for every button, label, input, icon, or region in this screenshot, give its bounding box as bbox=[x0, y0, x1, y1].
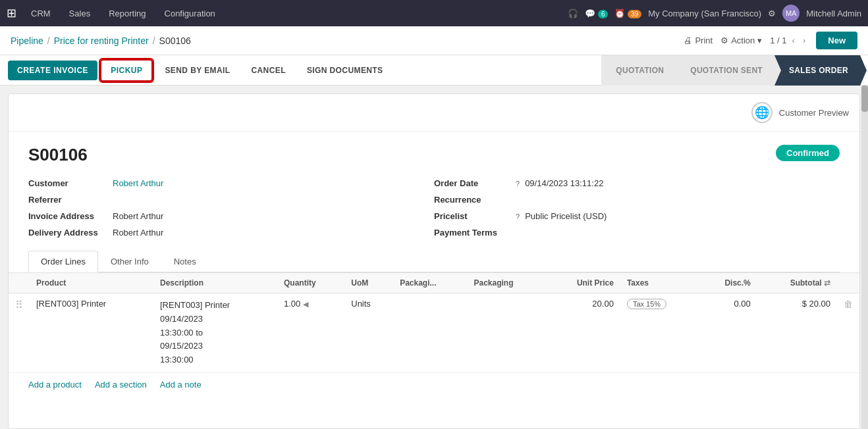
quantity-cell: 1.00 ◀ bbox=[277, 293, 344, 373]
action-bar: CREATE INVOICE PICKUP SEND BY EMAIL CANC… bbox=[0, 55, 868, 86]
form-header: S00106 Confirmed bbox=[9, 132, 859, 172]
subtotal-settings-icon[interactable]: ⇄ bbox=[824, 278, 830, 288]
company-name: My Company (San Francisco) bbox=[648, 9, 761, 18]
scroll-track[interactable] bbox=[861, 86, 868, 429]
customer-value[interactable]: Robert Arthur bbox=[113, 178, 163, 188]
confirmed-badge: Confirmed bbox=[776, 145, 840, 161]
table-footer: Add a product Add a section Add a note bbox=[9, 373, 859, 396]
globe-icon: 🌐 bbox=[751, 102, 773, 123]
payment-terms-field: Payment Terms bbox=[434, 228, 840, 238]
tab-order-lines[interactable]: Order Lines bbox=[28, 251, 98, 272]
action-button[interactable]: ⚙ Action ▾ bbox=[720, 36, 762, 45]
create-invoice-button[interactable]: CREATE INVOICE bbox=[8, 61, 97, 80]
tab-notes[interactable]: Notes bbox=[161, 251, 209, 272]
description-cell: [RENT003] Printer09/14/202313:30:00 to09… bbox=[153, 293, 277, 373]
delivery-address-label: Delivery Address bbox=[28, 228, 107, 238]
page-info: 1 / 1 bbox=[770, 36, 786, 45]
invoice-address-value[interactable]: Robert Arthur bbox=[113, 211, 163, 221]
unit-price-cell[interactable]: 20.00 bbox=[546, 293, 620, 373]
customer-preview-label: Customer Preview bbox=[779, 108, 849, 118]
nav-configuration[interactable]: Configuration bbox=[161, 9, 219, 18]
step-sales-order[interactable]: SALES ORDER bbox=[774, 55, 860, 86]
step-quotation-sent[interactable]: QUOTATION SENT bbox=[676, 55, 774, 86]
tab-other-info[interactable]: Other Info bbox=[98, 251, 161, 272]
clock-icon[interactable]: ⏰ 39 bbox=[614, 9, 641, 18]
prev-page-button[interactable]: ‹ bbox=[790, 34, 798, 47]
step-quotation[interactable]: QUOTATION bbox=[601, 55, 676, 86]
product-cell[interactable]: [RENT003] Printer bbox=[30, 293, 153, 373]
breadcrumb-sep2: / bbox=[153, 36, 155, 46]
packaging-cell bbox=[467, 293, 545, 373]
delete-cell[interactable]: 🗑 bbox=[837, 293, 859, 373]
nav-crm[interactable]: CRM bbox=[27, 9, 55, 18]
disc-cell[interactable]: 0.00 bbox=[699, 293, 757, 373]
breadcrumb-pipeline[interactable]: Pipeline bbox=[11, 36, 43, 46]
chat-icon[interactable]: 💬 6 bbox=[585, 9, 608, 18]
breadcrumb-sep1: / bbox=[47, 36, 50, 46]
drag-cell[interactable]: ⠿ bbox=[9, 293, 30, 373]
top-navbar: ⊞ CRM Sales Reporting Configuration 🎧 💬 … bbox=[0, 0, 868, 26]
delete-icon[interactable]: 🗑 bbox=[844, 299, 853, 309]
page-navigation: 1 / 1 ‹ › bbox=[770, 34, 808, 47]
nav-reporting[interactable]: Reporting bbox=[105, 9, 149, 18]
drag-handle-icon[interactable]: ⠿ bbox=[15, 299, 23, 311]
col-unit-price: Unit Price bbox=[546, 273, 620, 293]
order-date-label: Order Date bbox=[434, 178, 513, 188]
subtotal-cell: $ 20.00 bbox=[757, 293, 837, 373]
right-fields: Order Date ? 09/14/2023 13:11:22 Recurre… bbox=[434, 178, 840, 238]
pricelist-field: Pricelist ? Public Pricelist (USD) bbox=[434, 211, 840, 221]
invoice-address-field: Invoice Address Robert Arthur bbox=[28, 211, 434, 221]
form-card: 🌐 Customer Preview S00106 Confirmed Cust… bbox=[8, 93, 860, 429]
add-note-link[interactable]: Add a note bbox=[160, 380, 202, 390]
customer-field: Customer Robert Arthur bbox=[28, 178, 434, 188]
next-page-button[interactable]: › bbox=[800, 34, 808, 47]
breadcrumb: Pipeline / Price for renting Printer / S… bbox=[11, 36, 191, 46]
col-packaging: Packaging bbox=[467, 273, 545, 293]
cancel-button[interactable]: CANCEL bbox=[242, 61, 294, 80]
col-description: Description bbox=[153, 273, 277, 293]
packaging-short-cell bbox=[393, 293, 467, 373]
settings-icon[interactable]: ⚙ bbox=[768, 9, 776, 18]
form-fields: Customer Robert Arthur Referrer Invoice … bbox=[9, 172, 859, 244]
col-taxes: Taxes bbox=[620, 273, 699, 293]
sign-documents-button[interactable]: SIGN DOCUMENTS bbox=[298, 61, 393, 80]
add-product-link[interactable]: Add a product bbox=[28, 380, 82, 390]
add-section-link[interactable]: Add a section bbox=[95, 380, 147, 390]
left-fields: Customer Robert Arthur Referrer Invoice … bbox=[28, 178, 434, 238]
send-by-email-button[interactable]: SEND BY EMAIL bbox=[155, 61, 239, 80]
scroll-thumb[interactable] bbox=[861, 86, 868, 112]
headset-icon[interactable]: 🎧 bbox=[568, 9, 578, 18]
recurrence-field: Recurrence bbox=[434, 195, 840, 205]
breadcrumb-bar: Pipeline / Price for renting Printer / S… bbox=[0, 26, 868, 55]
delivery-address-value[interactable]: Robert Arthur bbox=[113, 228, 163, 238]
tax-badge[interactable]: Tax 15% bbox=[627, 299, 666, 309]
pickup-button[interactable]: PICKUP bbox=[100, 59, 153, 82]
quantity-arrow-icon[interactable]: ◀ bbox=[303, 300, 308, 308]
pricelist-label: Pricelist bbox=[434, 211, 513, 221]
referrer-label: Referrer bbox=[28, 195, 107, 205]
col-product: Product bbox=[30, 273, 153, 293]
order-table: Product Description Quantity UoM Packagi… bbox=[9, 272, 859, 373]
print-button[interactable]: 🖨 Print bbox=[684, 36, 713, 45]
uom-cell[interactable]: Units bbox=[344, 293, 393, 373]
nav-sales[interactable]: Sales bbox=[65, 9, 95, 18]
order-lines-panel: Product Description Quantity UoM Packagi… bbox=[9, 272, 859, 396]
order-date-field: Order Date ? 09/14/2023 13:11:22 bbox=[434, 178, 840, 188]
breadcrumb-actions: 🖨 Print ⚙ Action ▾ 1 / 1 ‹ › New bbox=[684, 32, 857, 49]
app-grid-icon[interactable]: ⊞ bbox=[7, 6, 16, 20]
delivery-address-field: Delivery Address Robert Arthur bbox=[28, 228, 434, 238]
col-uom: UoM bbox=[344, 273, 393, 293]
customer-label: Customer bbox=[28, 178, 107, 188]
pricelist-value[interactable]: Public Pricelist (USD) bbox=[525, 211, 607, 221]
col-actions bbox=[837, 273, 859, 293]
customer-preview-button[interactable]: 🌐 Customer Preview bbox=[751, 102, 849, 123]
invoice-address-label: Invoice Address bbox=[28, 211, 107, 221]
referrer-field: Referrer bbox=[28, 195, 434, 205]
breadcrumb-price[interactable]: Price for renting Printer bbox=[54, 36, 149, 46]
user-avatar[interactable]: MA bbox=[782, 5, 800, 22]
quantity-value[interactable]: 1.00 bbox=[284, 299, 300, 309]
main-content: 🌐 Customer Preview S00106 Confirmed Cust… bbox=[0, 86, 868, 429]
top-icons: 🎧 💬 6 ⏰ 39 My Company (San Francisco) ⚙ … bbox=[568, 5, 861, 22]
new-button[interactable]: New bbox=[816, 32, 857, 49]
col-quantity: Quantity bbox=[277, 273, 344, 293]
